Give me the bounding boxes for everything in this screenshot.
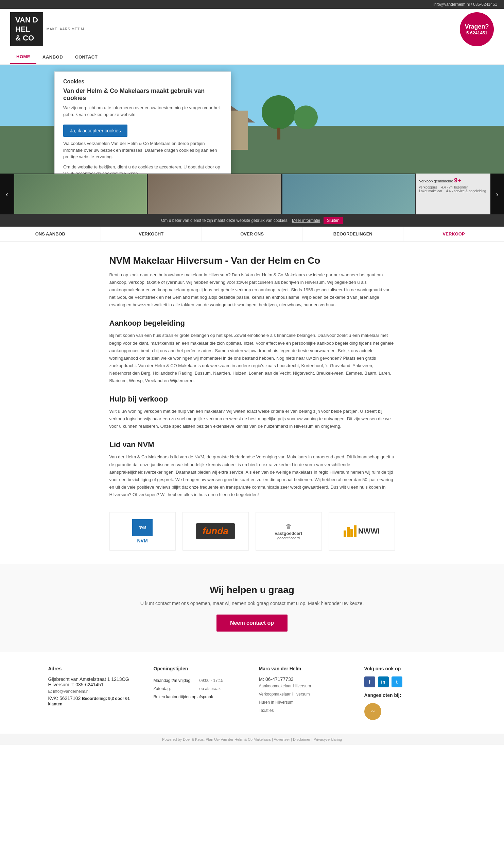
footer-link-huren[interactable]: Huren in Hilversum — [259, 698, 351, 707]
section-text-aankoop: Bij het kopen van een huis staan er grot… — [110, 332, 395, 385]
page-title: NVM Makelaar Hilversum - Van der Helm en… — [110, 255, 395, 266]
section-h2-verkoop: Hulp bij verkoop — [110, 395, 395, 403]
logo-area: VAN D HEL & CO MAKELAARS MET M... — [10, 12, 88, 46]
footer-link-aankoop[interactable]: Aankoopmakelaar Hilversum — [259, 682, 351, 690]
footer-address: Adres Gijsbrecht van Amstelstraat 1 1213… — [48, 666, 140, 720]
facebook-icon[interactable]: f — [364, 676, 375, 687]
footer-marc-title: Marc van der Helm — [259, 666, 351, 671]
thumbnail-2[interactable] — [148, 174, 281, 214]
thumbnails — [14, 174, 416, 214]
footer-social-title: Volg ons ook op — [364, 666, 456, 671]
cookie-desc1: We zijn verplicht om u te informeren ove… — [63, 104, 222, 118]
cookie-desc3: Om de website te bekijken, dient u de co… — [63, 164, 222, 174]
linkedin-icon[interactable]: in — [378, 676, 389, 687]
svg-text:NVM: NVM — [139, 526, 146, 530]
cookie-desc2: Via cookies verzamelen Van der Helm & Co… — [63, 140, 222, 160]
contact-button[interactable]: Neem contact op — [217, 614, 287, 632]
main-content: NVM Makelaar Hilversum - Van der Helm en… — [99, 255, 405, 499]
help-text: U kunt contact met ons opnemen, maar wij… — [10, 601, 494, 606]
cookie-accept-button[interactable]: Ja, ik accepteer cookies — [63, 124, 127, 137]
footer-marc: Marc van der Helm M: 06-47177733 Aankoop… — [259, 666, 351, 720]
cookie-bar: Om u beter van dienst te zijn maakt deze… — [0, 214, 504, 226]
cookie-bar-more[interactable]: Meer informatie — [292, 218, 320, 223]
logo-vastgoed: ♛ vastgoedcert gecertificeerd — [255, 512, 322, 551]
section-bar: ONS AANBOD VERKOCHT OVER ONS BEOORDELING… — [0, 226, 504, 242]
section-over-ons[interactable]: OVER ONS — [202, 226, 303, 241]
oh-day-3: Buiten kantoorttijden op afspraak — [153, 693, 213, 701]
thumbnail-strip: ‹ Verkoop gemiddelde 9+ verkoopprijs 4.4… — [0, 174, 504, 214]
footer-link-taxaties[interactable]: Taxaties — [259, 707, 351, 714]
logo-box: VAN D HEL & CO — [10, 12, 43, 46]
footer-kvk: KvK: 56217102 — [48, 696, 81, 701]
svg-rect-13 — [277, 127, 280, 140]
section-verkoop[interactable]: Verkoop — [403, 226, 504, 241]
cookie-title: Van der Helm & Co Makelaars maakt gebrui… — [63, 87, 222, 102]
thumbnail-3[interactable] — [283, 174, 415, 214]
oh-time-2: op afspraak — [199, 685, 221, 693]
footer-grid: Adres Gijsbrecht van Amstelstraat 1 1213… — [48, 666, 456, 720]
cookie-bar-text: Om u beter van dienst te zijn maakt deze… — [161, 218, 288, 223]
intro-text: Bent u op zoek naar een betrouwbare make… — [110, 271, 395, 309]
header: VAN D HEL & CO MAKELAARS MET M... Vragen… — [0, 9, 504, 50]
section-aanbod[interactable]: ONS AANBOD — [0, 226, 101, 241]
footer: Adres Gijsbrecht van Amstelstraat 1 1213… — [0, 652, 504, 734]
footer-street: Gijsbrecht van Amstelstraat 1 — [48, 676, 110, 682]
oh-day-2: Zaterdag: — [153, 685, 194, 693]
section-beoordelingen[interactable]: BEOORDELINGEN — [302, 226, 403, 241]
nav-aanbod[interactable]: AANBOD — [36, 51, 69, 64]
cta-circle[interactable]: Vragen? 5-6241451 — [460, 12, 494, 46]
opening-hours: Maandag t/m vrijdag: 09:00 - 17:15 Zater… — [153, 676, 245, 701]
footer-email[interactable]: E: info@vanderhelm.nl — [48, 687, 140, 696]
review-box: Verkoop gemiddelde 9+ verkoopprijs 4.4 -… — [416, 174, 490, 214]
section-verkocht[interactable]: VERKOCHT — [101, 226, 202, 241]
help-title: Wij helpen u graag — [10, 585, 494, 596]
footer-address-title: Adres — [48, 666, 140, 671]
footer-marc-phone: M: 06-47177733 — [259, 676, 294, 682]
nav-home[interactable]: HOME — [10, 50, 36, 64]
next-arrow[interactable]: › — [490, 174, 504, 214]
main-nav: HOME AANBOD CONTACT — [0, 50, 504, 65]
oh-time-1: 09:00 - 17:15 — [199, 676, 224, 685]
oh-row-2: Zaterdag: op afspraak — [153, 685, 245, 693]
footer-hours-title: Openingstijden — [153, 666, 245, 671]
cookie-heading: Cookies — [63, 79, 222, 85]
logos-grid: NVM NVM funda ♛ vastgoedcert gecertifice… — [110, 512, 395, 551]
thumbnail-1[interactable] — [14, 174, 147, 214]
logo-funda: funda — [183, 512, 249, 551]
logos-section: NVM NVM funda ♛ vastgoedcert gecertifice… — [99, 512, 405, 551]
prev-arrow[interactable]: ‹ — [0, 174, 14, 214]
oh-row-1: Maandag t/m vrijdag: 09:00 - 17:15 — [153, 676, 245, 685]
oh-row-3: Buiten kantoorttijden op afspraak — [153, 693, 245, 701]
nav-contact[interactable]: CONTACT — [69, 51, 104, 64]
logo-tagline: MAKELAARS MET M... — [47, 27, 88, 31]
footer-social: Volg ons ook op f in t Aangesloten bij: … — [364, 666, 456, 720]
section-h2-nvm: Lid van NVM — [110, 440, 395, 449]
svg-point-10 — [262, 95, 296, 129]
footer-bottom: Powered by Doel & Keus. Plan Uw Van der … — [0, 734, 504, 745]
help-section: Wij helpen u graag U kunt contact met on… — [0, 564, 504, 652]
cookie-modal: Cookies Van der Helm & Co Makelaars maak… — [54, 71, 231, 174]
twitter-icon[interactable]: t — [391, 676, 402, 687]
oh-day-1: Maandag t/m vrijdag: — [153, 676, 194, 685]
svg-point-11 — [294, 106, 318, 129]
logo-nvm: NVM NVM — [110, 512, 176, 551]
footer-bottom-text: Powered by Doel & Keus. Plan Uw Van der … — [162, 737, 342, 742]
partner-badge: VH — [364, 703, 381, 720]
footer-link-verkoop[interactable]: Verkoopmakelaar Hilversum — [259, 690, 351, 698]
section-h2-aankoop: Aankoop begeleiding — [110, 319, 395, 328]
topbar-contact: info@vanderhelm.nl / 035-6241451 — [433, 2, 497, 7]
topbar: info@vanderhelm.nl / 035-6241451 — [0, 0, 504, 9]
footer-phone: T: 035-6241451 — [70, 682, 103, 687]
cookie-bar-close[interactable]: Sluiten — [323, 217, 343, 224]
section-text-verkoop: Wilt u uw woning verkopen met de hulp va… — [110, 408, 395, 430]
footer-partner-title: Aangesloten bij: — [364, 692, 456, 698]
social-icons: f in t — [364, 676, 456, 687]
logo-nwwi: NWWI — [329, 512, 395, 551]
section-text-nvm: Van der Helm & Co Makelaars is lid van d… — [110, 453, 395, 499]
footer-hours: Openingstijden Maandag t/m vrijdag: 09:0… — [153, 666, 245, 720]
hero: Cookies Van der Helm & Co Makelaars maak… — [0, 65, 504, 174]
